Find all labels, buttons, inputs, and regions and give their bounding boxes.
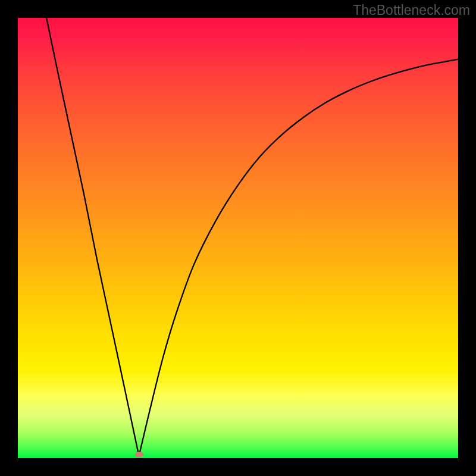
bottleneck-curve	[46, 18, 458, 456]
watermark-text: TheBottleneck.com	[353, 2, 470, 18]
minimum-marker	[135, 452, 143, 458]
curve-svg	[18, 18, 458, 458]
chart-container: TheBottleneck.com	[0, 0, 476, 476]
plot-area	[18, 18, 458, 458]
chart-frame	[18, 18, 458, 458]
